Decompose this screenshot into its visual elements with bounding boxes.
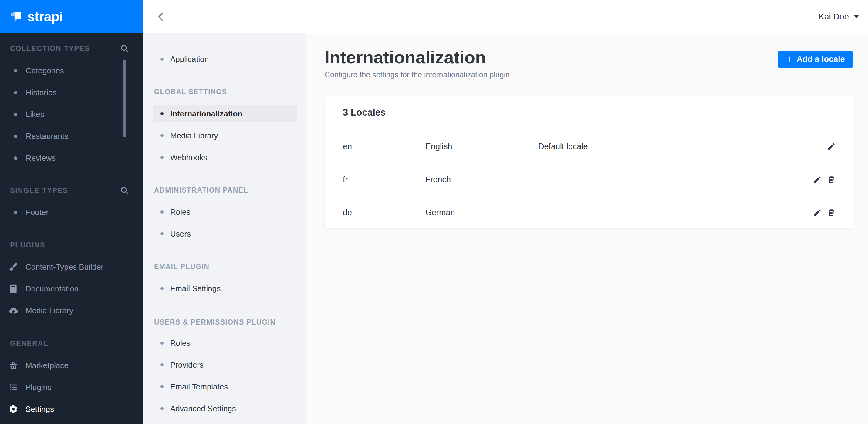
sidebar-item-label: Likes <box>26 110 44 119</box>
trash-icon <box>827 208 836 217</box>
add-locale-button[interactable]: + Add a locale <box>778 51 852 68</box>
bullet-icon <box>14 113 17 116</box>
settings-section-email-plugin: EMAIL PLUGIN <box>154 263 209 271</box>
sidebar-item-likes[interactable]: Likes <box>6 105 136 124</box>
top-header <box>143 0 868 33</box>
edit-locale-button[interactable] <box>827 142 836 151</box>
sidebar-item-restaurants[interactable]: Restaurants <box>6 127 136 146</box>
settings-item-label: Application <box>170 55 209 64</box>
locales-count-title: 3 Locales <box>343 107 385 118</box>
page-subtitle: Configure the settings for the internati… <box>324 70 510 79</box>
pencil-icon <box>827 142 836 151</box>
user-menu[interactable]: Kai Doe <box>818 0 859 33</box>
sidebar-item-categories[interactable]: Categories <box>6 61 136 80</box>
settings-item-email-templates[interactable]: Email Templates <box>153 378 297 395</box>
sidebar-item-plugins[interactable]: Plugins <box>6 378 136 397</box>
cloud-upload-icon <box>8 306 18 316</box>
settings-item-application[interactable]: Application <box>153 51 297 68</box>
delete-locale-button[interactable] <box>827 208 836 217</box>
sidebar-item-footer[interactable]: Footer <box>6 203 136 222</box>
main-content: Internationalization Configure the setti… <box>306 33 868 424</box>
locale-row-en: en English Default locale <box>324 130 852 163</box>
sidebar-item-label: Categories <box>26 66 64 75</box>
row-actions <box>813 208 836 217</box>
sidebar-item-content-types-builder[interactable]: Content-Types Builder <box>6 257 136 276</box>
sidebar-item-label: Settings <box>26 404 54 414</box>
settings-item-label: Internationalization <box>170 109 242 119</box>
delete-locale-button[interactable] <box>827 175 836 184</box>
locale-name: French <box>425 175 451 185</box>
trash-icon <box>827 175 836 184</box>
settings-item-label: Webhooks <box>170 153 207 162</box>
bullet-icon <box>14 135 17 138</box>
main-sidebar: strapi COLLECTION TYPES Categories Histo… <box>0 0 143 424</box>
settings-item-label: Roles <box>170 207 190 217</box>
edit-locale-button[interactable] <box>813 175 822 184</box>
sidebar-item-media-library[interactable]: Media Library <box>6 301 136 320</box>
logo-text: strapi <box>27 9 63 24</box>
sidebar-item-label: Footer <box>26 208 49 217</box>
sidebar-item-reviews[interactable]: Reviews <box>6 148 136 168</box>
sidebar-item-marketplace[interactable]: Marketplace <box>6 356 136 375</box>
settings-item-label: Users <box>170 229 191 239</box>
sidebar-item-label: Plugins <box>26 383 51 392</box>
section-single-types: SINGLE TYPES <box>10 187 68 195</box>
strapi-admin: strapi COLLECTION TYPES Categories Histo… <box>0 0 868 424</box>
bullet-icon <box>160 407 163 410</box>
locales-card: 3 Locales en English Default locale fr F <box>324 96 852 228</box>
settings-item-users[interactable]: Users <box>153 225 297 242</box>
user-name: Kai Doe <box>818 12 849 22</box>
search-icon[interactable] <box>120 186 129 195</box>
settings-section-administration-panel: ADMINISTRATION PANEL <box>154 186 248 194</box>
sidebar-item-histories[interactable]: Histories <box>6 83 136 102</box>
settings-item-roles-admin[interactable]: Roles <box>153 203 297 221</box>
locale-row-fr: fr French <box>324 163 852 196</box>
edit-locale-button[interactable] <box>813 208 822 217</box>
bullet-icon <box>14 69 17 72</box>
section-plugins: PLUGINS <box>10 241 45 249</box>
sidebar-item-settings[interactable]: Settings <box>6 399 136 419</box>
strapi-logo[interactable]: strapi <box>0 0 143 33</box>
locale-name: English <box>425 142 452 151</box>
bullet-icon <box>160 287 163 290</box>
plus-icon: + <box>786 54 793 64</box>
bullet-icon <box>160 363 163 366</box>
bullet-icon <box>160 58 163 61</box>
basket-icon <box>8 361 18 370</box>
settings-section-users-permissions-plugin: USERS & PERMISSIONS PLUGIN <box>154 318 276 326</box>
pencil-icon <box>813 175 822 184</box>
gear-icon <box>8 404 18 414</box>
bullet-icon <box>14 211 17 214</box>
back-button[interactable] <box>143 0 179 33</box>
settings-item-label: Email Settings <box>170 284 221 293</box>
locale-code: en <box>343 142 352 151</box>
settings-item-email-settings[interactable]: Email Settings <box>153 280 297 297</box>
settings-item-internationalization[interactable]: Internationalization <box>153 105 297 122</box>
paintbrush-icon <box>8 262 18 272</box>
settings-item-label: Roles <box>170 338 190 348</box>
settings-item-providers[interactable]: Providers <box>153 356 297 373</box>
bullet-icon <box>160 232 163 235</box>
bullet-icon <box>160 341 163 345</box>
settings-section-global-settings: GLOBAL SETTINGS <box>154 88 227 96</box>
sidebar-item-label: Restaurants <box>26 132 68 141</box>
sidebar-item-label: Reviews <box>26 154 56 163</box>
locale-code: de <box>343 208 352 218</box>
sidebar-item-label: Media Library <box>26 306 73 316</box>
bullet-icon <box>14 157 17 160</box>
sidebar-item-documentation[interactable]: Documentation <box>6 279 136 298</box>
sidebar-item-label: Marketplace <box>26 361 68 370</box>
bullet-icon <box>160 210 163 214</box>
locales-table: en English Default locale fr French <box>324 130 852 229</box>
settings-item-label: Providers <box>170 360 204 370</box>
section-general: GENERAL <box>10 339 48 348</box>
page-title: Internationalization <box>324 47 486 67</box>
settings-item-webhooks[interactable]: Webhooks <box>153 149 297 166</box>
settings-item-media-library[interactable]: Media Library <box>153 127 297 144</box>
settings-item-roles-up[interactable]: Roles <box>153 334 297 352</box>
sidebar-item-label: Documentation <box>26 284 79 294</box>
settings-item-advanced-settings[interactable]: Advanced Settings <box>153 400 297 417</box>
strapi-mark-icon <box>9 10 23 24</box>
search-icon[interactable] <box>120 44 129 53</box>
settings-item-label: Media Library <box>170 131 218 140</box>
